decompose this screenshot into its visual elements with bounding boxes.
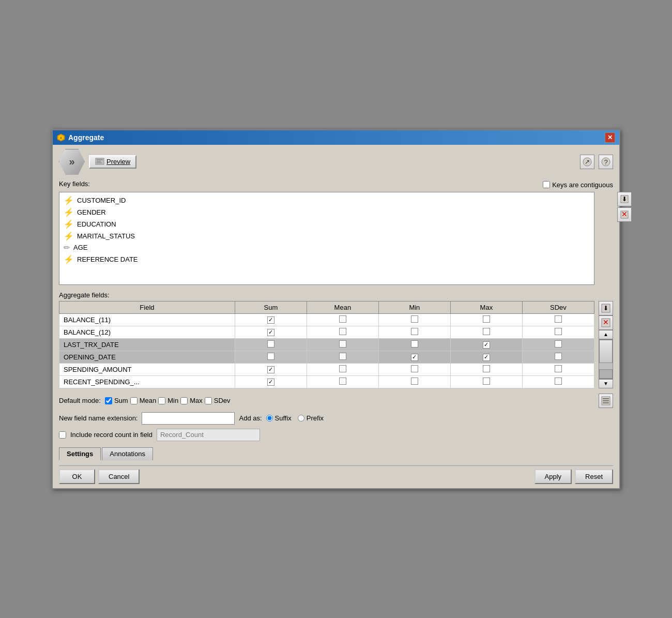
window-icon: ▲ (57, 133, 65, 142)
sum-checkbox[interactable] (267, 353, 274, 360)
cancel-button[interactable]: Cancel (98, 469, 140, 484)
table-row: SPENDING_AMOUNT (59, 363, 594, 375)
key-field-item[interactable]: ⚡ REFERENCE DATE (62, 253, 592, 265)
mean-checkbox[interactable] (339, 340, 346, 348)
mean-checkbox[interactable] (339, 328, 346, 335)
sum-checkbox[interactable] (267, 340, 274, 348)
keys-contiguous-label: Keys are contiguous (552, 181, 613, 189)
sdev-checkbox[interactable] (555, 328, 562, 335)
new-field-label: New field name extension: (59, 414, 138, 422)
agg-remove-btn[interactable]: ✕ (599, 315, 613, 330)
node-icon: » (59, 149, 85, 175)
sdev-checkbox[interactable] (555, 315, 562, 323)
prefix-radio[interactable] (298, 415, 304, 421)
default-sdev-checkbox[interactable] (205, 397, 212, 404)
keys-contiguous-checkbox[interactable] (543, 181, 550, 188)
min-checkbox[interactable] (411, 315, 418, 323)
aggregate-fields-label: Aggregate fields: (59, 291, 110, 299)
max-checkbox[interactable] (483, 365, 490, 372)
min-checkbox[interactable] (411, 378, 418, 385)
record-count-checkbox[interactable] (59, 431, 66, 439)
mean-checkbox[interactable] (339, 315, 346, 323)
default-sum-checkbox[interactable] (105, 397, 112, 404)
col-field: Field (59, 301, 235, 313)
svg-text:✕: ✕ (603, 318, 609, 326)
max-checkbox[interactable] (483, 315, 490, 323)
sdev-checkbox[interactable] (555, 340, 562, 348)
sum-checkbox[interactable] (267, 379, 274, 386)
help-icon: ? (601, 157, 610, 167)
key-fields-remove-btn[interactable]: ✕ (617, 207, 632, 222)
record-count-label: Include record count in field (70, 431, 152, 439)
key-field-item[interactable]: ⚡ MARITAL_STATUS (62, 230, 592, 242)
max-checkbox[interactable] (483, 354, 490, 361)
launch-button[interactable]: ↗ (580, 155, 594, 169)
table-row: LAST_TRX_DATE (59, 338, 594, 351)
tab-annotations[interactable]: Annotations (102, 447, 153, 460)
default-mean-checkbox[interactable] (130, 397, 138, 404)
key-field-item[interactable]: ⚡ EDUCATION (62, 218, 592, 230)
default-mean-label: Mean (140, 397, 157, 404)
svg-text:↗: ↗ (585, 158, 590, 165)
prefix-label: Prefix (307, 414, 324, 422)
ok-button[interactable]: OK (59, 469, 95, 484)
default-mode-settings-btn[interactable] (599, 394, 613, 408)
suffix-radio[interactable] (266, 415, 273, 421)
window-title: Aggregate (68, 133, 104, 142)
min-checkbox[interactable] (411, 328, 418, 335)
string-type-icon: ⚡ (64, 254, 74, 264)
sdev-checkbox[interactable] (555, 365, 562, 372)
default-max-checkbox[interactable] (180, 397, 188, 404)
max-checkbox[interactable] (483, 341, 490, 349)
table-row: BALANCE_(12) (59, 326, 594, 338)
key-field-item[interactable]: ✏ AGE (62, 242, 592, 253)
key-fields-side-btns: ⬇ ✕ (617, 192, 632, 222)
key-field-item[interactable]: ⚡ GENDER (62, 206, 592, 218)
remove-icon: ✕ (620, 210, 629, 219)
col-mean: Mean (307, 301, 378, 313)
add-icon: ⬇ (601, 304, 610, 313)
svg-rect-5 (97, 161, 101, 162)
scroll-thumb[interactable] (599, 340, 613, 363)
numeric-type-icon: ✏ (64, 243, 70, 252)
default-min-checkbox[interactable] (158, 397, 165, 404)
keys-contiguous-row: Keys are contiguous (543, 181, 613, 189)
reset-button[interactable]: Reset (575, 469, 613, 484)
col-min: Min (378, 301, 450, 313)
sum-checkbox[interactable] (267, 329, 274, 336)
max-checkbox[interactable] (483, 328, 490, 335)
mean-checkbox[interactable] (339, 353, 346, 360)
sdev-checkbox[interactable] (555, 353, 562, 360)
svg-text:?: ? (604, 158, 607, 166)
launch-icon: ↗ (583, 157, 592, 167)
apply-button[interactable]: Apply (534, 469, 572, 484)
default-sdev-label: SDev (214, 397, 231, 404)
mean-checkbox[interactable] (339, 378, 346, 385)
tabs-row: Settings Annotations (59, 447, 613, 460)
aggregate-dialog: ▲ Aggregate ✕ » Preview (52, 129, 620, 489)
min-checkbox[interactable] (411, 365, 418, 372)
key-fields-add-btn[interactable]: ⬇ (617, 192, 632, 206)
default-mode-label: Default mode: (59, 397, 101, 404)
scroll-up-btn[interactable]: ▲ (599, 330, 613, 339)
sdev-checkbox[interactable] (555, 378, 562, 385)
sum-checkbox[interactable] (267, 316, 274, 324)
agg-add-btn[interactable]: ⬇ (599, 301, 613, 315)
mean-checkbox[interactable] (339, 365, 346, 372)
string-type-icon: ⚡ (64, 207, 74, 217)
tab-settings[interactable]: Settings (59, 447, 101, 460)
sum-checkbox[interactable] (267, 366, 274, 373)
default-min-label: Min (167, 397, 178, 404)
scroll-down-btn[interactable]: ▼ (599, 379, 613, 388)
min-checkbox[interactable] (411, 354, 418, 361)
key-field-item[interactable]: ⚡ CUSTOMER_ID (62, 194, 592, 206)
aggregate-table: Field Sum Mean Min Max SDev BALANCE_(11) (59, 301, 594, 388)
help-button[interactable]: ? (599, 155, 613, 169)
close-button[interactable]: ✕ (605, 132, 615, 143)
preview-button[interactable]: Preview (89, 155, 136, 169)
download-icon: ⬇ (620, 194, 629, 204)
new-field-input[interactable] (142, 412, 235, 425)
record-count-input[interactable] (157, 429, 260, 441)
min-checkbox[interactable] (411, 340, 418, 348)
max-checkbox[interactable] (483, 378, 490, 385)
